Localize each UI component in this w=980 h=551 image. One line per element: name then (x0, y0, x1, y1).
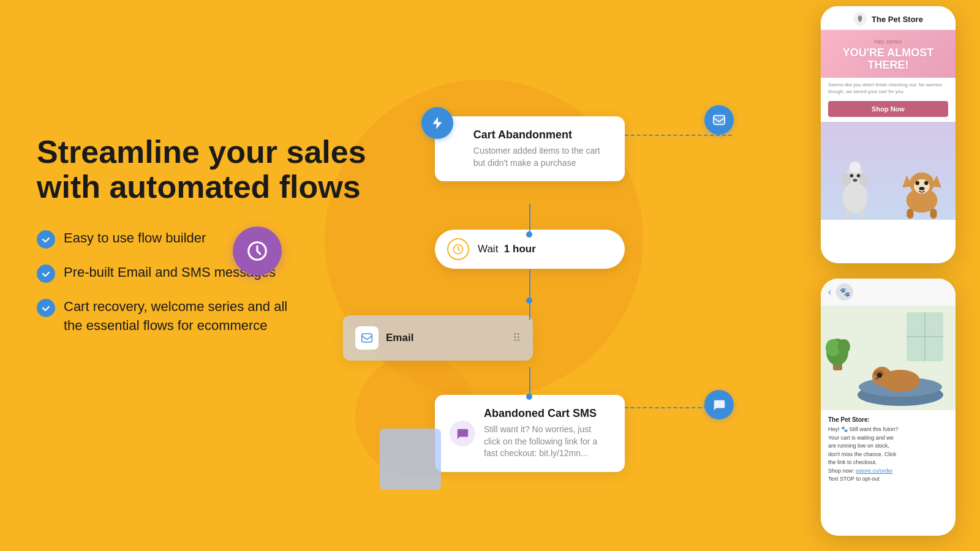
cart-abandonment-desc: Customer added items to the cart but did… (473, 145, 610, 169)
svg-point-14 (850, 162, 861, 173)
svg-point-22 (919, 187, 924, 190)
svg-point-39 (875, 378, 879, 380)
email-body: Seems like you didn't finish checking ou… (821, 78, 956, 99)
feature-item-3: Cart recovery, welcome series and all th… (37, 298, 366, 335)
svg-rect-3 (714, 116, 725, 125)
sms-bubble (704, 390, 734, 419)
feature-item-1: Easy to use flow builder (37, 229, 366, 249)
feature-text-3: Cart recovery, welcome series and all th… (64, 298, 287, 335)
svg-rect-13 (859, 209, 865, 219)
svg-rect-23 (907, 209, 913, 219)
sms-text-area: The Pet Store: Hey! 🐾 Still want this fu… (821, 410, 956, 490)
sms-title: Abandoned Cart SMS (484, 407, 610, 420)
svg-point-8 (859, 172, 868, 186)
blue-square-decoration (380, 429, 441, 490)
svg-point-11 (853, 179, 857, 182)
phone-top-bar: The Pet Store (821, 6, 956, 30)
feature-text-1: Easy to use flow builder (64, 229, 206, 248)
sms-desc: Still want it? No worries, just click on… (484, 424, 610, 460)
svg-point-10 (857, 174, 861, 178)
email-card: Email ⠿ (343, 315, 533, 361)
svg-point-17 (914, 179, 929, 194)
pet-photo (821, 122, 956, 220)
check-icon-3 (37, 299, 55, 317)
cart-abandonment-title: Cart Abandonment (473, 129, 610, 141)
corgi-illustration (894, 159, 949, 220)
dog-bed-illustration (821, 306, 956, 410)
email-heading: YOU'RE ALMOSTTHERE! (828, 47, 948, 72)
check-icon-2 (37, 264, 55, 283)
sms-link[interactable]: pstore.co/order (856, 468, 893, 474)
email-dots: ⠿ (513, 331, 521, 345)
connector-dot-2 (526, 298, 532, 304)
feature-item-2: Pre-built Email and SMS messages (37, 263, 366, 283)
email-bubble (704, 105, 734, 135)
cart-abandonment-card: Cart Abandonment Customer added items to… (435, 116, 625, 181)
connector-dot-3 (526, 394, 532, 400)
wait-label: Wait (478, 243, 498, 255)
svg-point-20 (916, 181, 919, 185)
svg-point-32 (838, 339, 850, 354)
email-greeting: Hey James (828, 39, 948, 45)
wait-text: Wait 1 hour (478, 243, 536, 255)
svg-point-36 (872, 367, 892, 386)
store-logo (853, 12, 867, 26)
page-headline: Streamline your saleswith automated flow… (37, 135, 366, 204)
connector-dot-1 (526, 231, 532, 238)
svg-point-9 (850, 174, 854, 178)
check-icon-1 (37, 230, 55, 249)
phone-top: The Pet Store Hey James YOU'RE ALMOSTTHE… (821, 6, 956, 263)
phone-bottom: ‹ 🐾 The Pet Store: (821, 279, 956, 536)
left-content: Streamline your saleswith automated flow… (37, 135, 366, 335)
paw-icon: 🐾 (836, 283, 853, 301)
email-icon-box (355, 326, 379, 350)
svg-point-21 (924, 181, 928, 185)
svg-point-38 (877, 373, 882, 378)
phone-bottom-bar: ‹ 🐾 (821, 279, 956, 306)
back-arrow-icon: ‹ (828, 287, 831, 298)
connector-2 (529, 269, 530, 320)
svg-rect-1 (362, 334, 372, 342)
email-hero: Hey James YOU'RE ALMOSTTHERE! (821, 30, 956, 78)
trigger-icon (421, 107, 453, 139)
sms-sender: The Pet Store: (828, 416, 948, 423)
svg-rect-12 (845, 209, 850, 219)
sms-message: Hey! 🐾 Still want this futon? Your cart … (828, 425, 948, 484)
email-label: Email (386, 332, 505, 344)
purple-clock-bubble (233, 227, 282, 276)
svg-point-7 (842, 172, 851, 186)
wait-clock-icon (447, 238, 469, 260)
sms-card: Abandoned Cart SMS Still want it? No wor… (435, 395, 625, 472)
shop-now-button[interactable]: Shop Now (828, 101, 948, 117)
feature-list: Easy to use flow builder Pre-built Email… (37, 229, 366, 335)
sms-card-icon (450, 421, 475, 446)
dog-product-photo (821, 306, 956, 410)
svg-rect-24 (930, 209, 937, 219)
poodle-illustration (831, 146, 880, 220)
wait-duration: 1 hour (504, 243, 536, 255)
store-name-top: The Pet Store (872, 15, 923, 24)
